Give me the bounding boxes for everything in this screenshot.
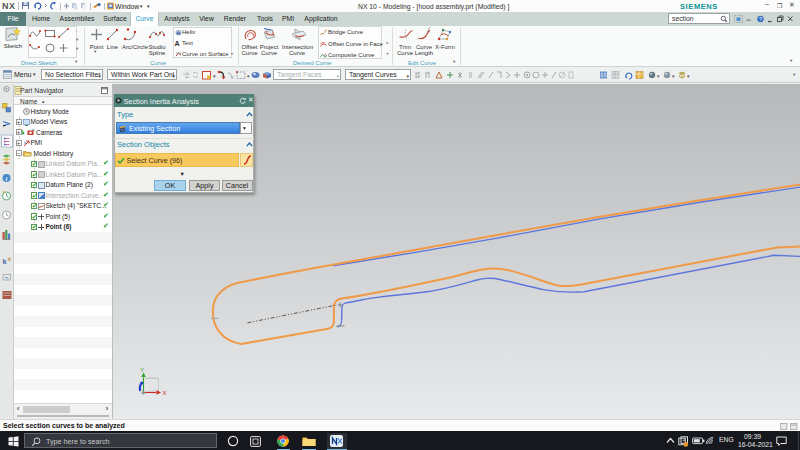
svg-text:▾: ▾	[687, 73, 690, 79]
svg-text:?: ?	[759, 16, 762, 22]
svg-text:k: k	[3, 257, 8, 266]
svg-text:▾: ▾	[657, 73, 660, 79]
svg-text:Y: Y	[140, 367, 144, 373]
svg-text:▾: ▾	[672, 73, 675, 79]
svg-text:▾: ▾	[247, 73, 250, 79]
svg-text:X: X	[163, 390, 167, 396]
svg-text:i: i	[6, 175, 8, 182]
svg-text:▾: ▾	[213, 73, 216, 79]
